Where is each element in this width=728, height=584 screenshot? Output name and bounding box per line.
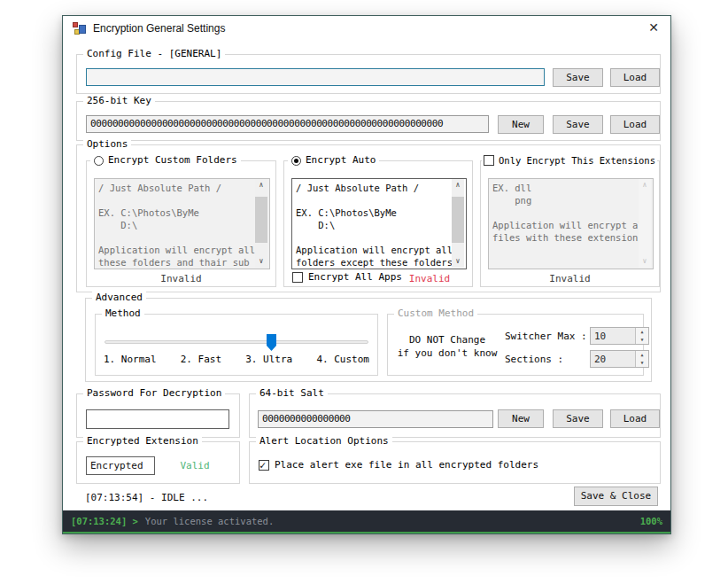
- custom-folders-scrollbar[interactable]: ∧ ∨: [255, 179, 267, 268]
- custom-folders-label[interactable]: Encrypt Custom Folders: [108, 154, 237, 167]
- switcher-max-spin-buttons: ▲ ▼: [635, 328, 648, 344]
- method-tick-ultra: 3. Ultra: [245, 354, 292, 365]
- console-message: Your license activated.: [145, 516, 274, 526]
- method-group: Method 1. Normal 2. Fast 3. Ultra 4. Cus…: [95, 314, 378, 376]
- encrypt-auto-panel: Encrypt Auto / Just Absolute Path / EX. …: [283, 160, 473, 287]
- extensions-label[interactable]: Only Encrypt This Extensions: [499, 154, 655, 167]
- extensions-textarea[interactable]: EX. dll png Application will encrypt all…: [488, 178, 654, 269]
- method-tick-custom: 4. Custom: [316, 354, 369, 365]
- console-timestamp: [07:13:24] >: [71, 516, 138, 526]
- spin-up-icon[interactable]: ▲: [636, 351, 648, 359]
- close-icon[interactable]: ✕: [648, 20, 659, 35]
- alert-legend: Alert Location Options: [256, 435, 392, 448]
- options-legend: Options: [83, 138, 131, 151]
- salt-new-button[interactable]: New: [498, 409, 544, 428]
- extension-legend: Encrypted Extension: [83, 435, 202, 448]
- extension-input[interactable]: [86, 456, 155, 475]
- scroll-down-icon[interactable]: ∨: [255, 255, 267, 268]
- options-group: Options Encrypt Custom Folders / Just Ab…: [76, 144, 661, 292]
- salt-load-button[interactable]: Load: [610, 409, 660, 428]
- extensions-scrollbar[interactable]: ∧ ∨: [639, 179, 651, 268]
- save-close-button[interactable]: Save & Close: [574, 487, 658, 506]
- scroll-down-icon[interactable]: ∨: [639, 255, 651, 268]
- advanced-legend: Advanced: [92, 292, 146, 304]
- sections-label: Sections :: [505, 354, 563, 365]
- encrypt-auto-radio[interactable]: [291, 156, 301, 166]
- custom-method-warning: DO NOT Change if you don't know: [391, 333, 503, 360]
- config-load-button[interactable]: Load: [610, 68, 660, 87]
- method-slider-thumb[interactable]: [267, 334, 276, 351]
- method-tick-fast: 2. Fast: [181, 354, 221, 365]
- password-legend: Password For Decryption: [83, 387, 225, 400]
- scroll-down-icon[interactable]: ∨: [452, 255, 464, 268]
- config-file-group: Config File - [GENERAL] Save Load: [76, 54, 661, 94]
- key-group: 256-bit Key 0000000000000000000000000000…: [76, 101, 661, 141]
- salt-legend: 64-bit Salt: [256, 387, 328, 400]
- config-file-input[interactable]: [86, 68, 545, 86]
- console-progress: 100%: [640, 516, 662, 526]
- encrypt-auto-textarea[interactable]: / Just Absolute Path / EX. C:\Photos\ByM…: [291, 178, 467, 269]
- scroll-up-icon[interactable]: ∧: [639, 179, 651, 191]
- key-save-button[interactable]: Save: [553, 115, 603, 134]
- key-new-button[interactable]: New: [498, 115, 544, 134]
- key-legend: 256-bit Key: [83, 95, 155, 107]
- encrypt-auto-label[interactable]: Encrypt Auto: [306, 154, 376, 167]
- status-text: [07:13:54] - IDLE ...: [85, 492, 208, 503]
- config-file-legend: Config File - [GENERAL]: [83, 48, 225, 60]
- salt-group: 64-bit Salt 0000000000000000 New Save Lo…: [249, 393, 661, 438]
- sections-value[interactable]: 20: [594, 354, 606, 365]
- scroll-thumb[interactable]: [255, 197, 267, 243]
- alert-group: Alert Location Options Place alert exe f…: [249, 441, 661, 484]
- alert-location-label[interactable]: Place alert exe file in all encrypted fo…: [275, 459, 538, 471]
- password-group: Password For Decryption: [76, 393, 240, 438]
- switcher-max-value[interactable]: 10: [594, 331, 606, 342]
- settings-window: Encryption General Settings ✕ Config Fil…: [62, 15, 671, 534]
- spin-down-icon[interactable]: ▼: [636, 336, 648, 344]
- custom-folders-status: Invalid: [87, 273, 275, 284]
- custom-folders-panel: Encrypt Custom Folders / Just Absolute P…: [86, 160, 276, 287]
- app-icon-blue-square: [79, 25, 86, 34]
- password-input[interactable]: [86, 409, 229, 429]
- scroll-up-icon[interactable]: ∧: [255, 179, 267, 191]
- salt-field[interactable]: 0000000000000000: [258, 410, 493, 428]
- scroll-thumb[interactable]: [452, 197, 464, 243]
- advanced-group: Advanced Method 1. Normal 2. Fast 3. Ult…: [85, 298, 652, 382]
- console-bar: [07:13:24] > Your license activated. 100…: [63, 510, 670, 533]
- title-bar: Encryption General Settings ✕: [63, 16, 670, 41]
- salt-save-button[interactable]: Save: [553, 409, 603, 428]
- custom-folders-radio[interactable]: [94, 156, 104, 166]
- encrypt-auto-scrollbar[interactable]: ∧ ∨: [452, 179, 464, 268]
- app-icon: [73, 22, 86, 35]
- window-title: Encryption General Settings: [93, 16, 225, 41]
- switcher-max-label: Switcher Max :: [505, 331, 587, 342]
- custom-folders-textarea[interactable]: / Just Absolute Path / EX. C:\Photos\ByM…: [94, 178, 270, 269]
- config-save-button[interactable]: Save: [553, 68, 603, 87]
- switcher-max-stepper[interactable]: 10 ▲ ▼: [590, 327, 649, 345]
- scroll-up-icon[interactable]: ∧: [452, 179, 464, 191]
- custom-method-group: Custom Method DO NOT Change if you don't…: [387, 314, 644, 376]
- spin-up-icon[interactable]: ▲: [636, 328, 648, 336]
- sections-stepper[interactable]: 20 ▲ ▼: [590, 350, 649, 368]
- extension-status: Valid: [159, 460, 231, 471]
- custom-method-legend: Custom Method: [394, 308, 477, 320]
- extensions-checkbox[interactable]: [484, 155, 494, 166]
- encrypt-all-apps-label[interactable]: Encrypt All Apps: [308, 271, 402, 283]
- key-load-button[interactable]: Load: [610, 115, 660, 134]
- method-tick-labels: 1. Normal 2. Fast 3. Ultra 4. Custom: [104, 354, 369, 365]
- key-field[interactable]: 0000000000000000000000000000000000000000…: [86, 115, 489, 133]
- extensions-panel: Only Encrypt This Extensions EX. dll png…: [480, 160, 660, 287]
- encrypt-all-apps-checkbox[interactable]: [292, 272, 303, 283]
- sections-spin-buttons: ▲ ▼: [635, 351, 648, 367]
- method-legend: Method: [102, 308, 144, 320]
- encrypt-auto-status: Invalid: [403, 273, 456, 284]
- alert-location-checkbox[interactable]: [259, 460, 269, 471]
- method-slider-track[interactable]: [105, 340, 368, 344]
- method-tick-normal: 1. Normal: [104, 354, 157, 365]
- app-icon-red-square: [73, 22, 78, 27]
- extension-group: Encrypted Extension Valid: [76, 441, 240, 484]
- extensions-status: Invalid: [481, 273, 659, 284]
- spin-down-icon[interactable]: ▼: [636, 359, 648, 367]
